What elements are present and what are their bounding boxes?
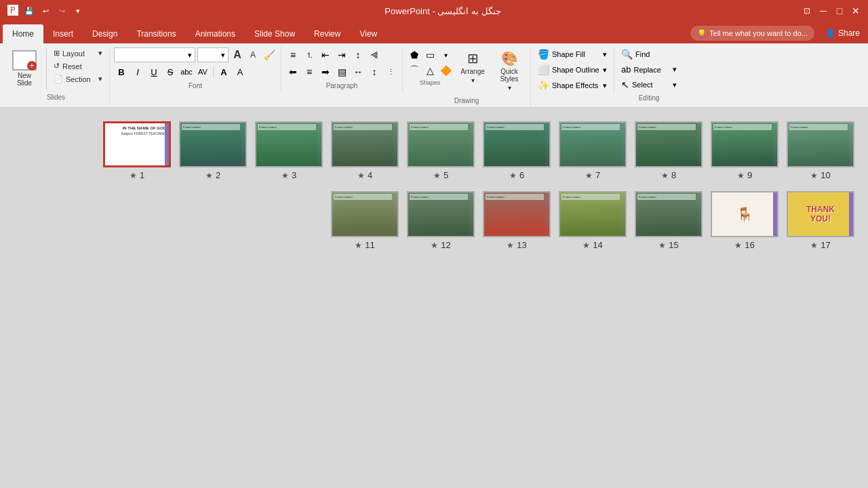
- shape-more[interactable]: ▾: [438, 47, 453, 62]
- shape-item[interactable]: △: [422, 63, 437, 78]
- tab-transitions[interactable]: Transitions: [127, 24, 185, 43]
- align-right-button[interactable]: ➡: [318, 64, 333, 79]
- line-spacing-button[interactable]: ↕: [351, 47, 366, 62]
- tab-slideshow[interactable]: Slide Show: [245, 24, 304, 43]
- slide-number-16: 16: [745, 240, 754, 250]
- select-arrow: ▾: [673, 81, 677, 89]
- find-button[interactable]: 🔍 Find: [618, 47, 679, 61]
- tell-me-text: Tell me what you want to do...: [709, 29, 808, 37]
- slide-item-16[interactable]: 🪑 ★ 16: [711, 191, 778, 250]
- save-button[interactable]: 💾: [22, 3, 37, 18]
- shape-effects-button[interactable]: ✨ Shape Effects ▾: [535, 79, 610, 92]
- shape-item[interactable]: ⬟: [407, 47, 422, 62]
- undo-button[interactable]: ↩: [38, 3, 53, 18]
- shape-outline-arrow: ▾: [603, 66, 607, 75]
- paragraph-row2: ⬅ ≡ ➡ ▤ ↔ ↕ ⋮: [285, 64, 398, 79]
- slide-number-1: 1: [140, 170, 144, 180]
- editing-group-content: 🔍 Find ab Replace ▾ ↖ Select ▾: [618, 47, 679, 92]
- maximize-button[interactable]: □: [833, 4, 846, 18]
- smartart-button[interactable]: ⋮: [383, 64, 398, 79]
- tab-design[interactable]: Design: [83, 24, 127, 43]
- shape-item[interactable]: ▭: [422, 47, 437, 62]
- char-spacing-button[interactable]: AV: [195, 64, 210, 79]
- align-center-button[interactable]: ≡: [302, 64, 317, 79]
- reset-button[interactable]: ↺ Reset: [51, 60, 105, 72]
- bold-button[interactable]: B: [114, 64, 129, 79]
- shape-item[interactable]: 🔶: [438, 63, 453, 78]
- font-color-button[interactable]: A: [216, 64, 231, 79]
- increase-indent-button[interactable]: ⇥: [334, 47, 349, 62]
- replace-button[interactable]: ab Replace ▾: [618, 63, 679, 76]
- underline-button[interactable]: U: [146, 64, 161, 79]
- slide-item-7[interactable]: Forest content ★ 7: [559, 121, 627, 180]
- strikethrough-button[interactable]: S: [163, 64, 178, 79]
- columns-button[interactable]: ⫷: [367, 47, 382, 62]
- tab-insert[interactable]: Insert: [43, 24, 83, 43]
- slide-item-6[interactable]: Forest content ★ 6: [483, 121, 551, 180]
- decrease-font-button[interactable]: A: [246, 48, 260, 62]
- star-icon-5: ★: [433, 171, 441, 180]
- minimize-button[interactable]: ─: [816, 4, 830, 18]
- shape-fill-button[interactable]: 🪣 Shape Fill ▾: [535, 47, 610, 61]
- star-icon-2: ★: [205, 171, 213, 180]
- slide-thumb-4: Forest content: [331, 121, 399, 167]
- slide-number-13: 13: [517, 240, 526, 250]
- tab-animations[interactable]: Animations: [186, 24, 245, 43]
- align-left-button[interactable]: ⬅: [285, 64, 300, 79]
- title-bar-left: 🅿 💾 ↩ ↪ ▾: [5, 3, 85, 18]
- star-icon-4: ★: [357, 171, 365, 180]
- tab-home[interactable]: Home: [3, 24, 43, 43]
- section-button[interactable]: 📄 Section ▾: [51, 73, 105, 85]
- tab-review[interactable]: Review: [304, 24, 350, 43]
- align-text-button[interactable]: ↕: [367, 64, 382, 79]
- clear-format-button[interactable]: 🧹: [262, 47, 277, 62]
- text-shadow-button[interactable]: abc: [179, 64, 194, 79]
- arrange-button[interactable]: ⊞ Arrange ▾: [456, 47, 490, 87]
- slide-item-15[interactable]: Forest content ★ 15: [635, 191, 703, 250]
- slide-item-2[interactable]: Forest content ★ 2: [179, 121, 247, 180]
- select-button[interactable]: ↖ Select ▾: [618, 78, 679, 92]
- text-direction-button[interactable]: ↔: [351, 64, 366, 79]
- shape-outline-button[interactable]: ⬜ Shape Outline ▾: [535, 63, 610, 77]
- slide-item-4[interactable]: Forest content ★ 4: [331, 121, 399, 180]
- presentation-mode-button[interactable]: ⊡: [800, 4, 814, 18]
- slide-item-17[interactable]: THANKYOU! ★ 17: [787, 191, 854, 250]
- share-button[interactable]: 👤 Share: [820, 28, 865, 38]
- slide-item-13[interactable]: Forest content ★ 13: [483, 191, 551, 250]
- shape-item[interactable]: ⌒: [407, 63, 422, 78]
- bullets-button[interactable]: ≡: [285, 47, 300, 62]
- font-name-selector[interactable]: ▾: [114, 47, 195, 62]
- new-slide-button[interactable]: New Slide: [7, 47, 42, 89]
- justify-button[interactable]: ▤: [334, 64, 349, 79]
- window-controls: ⊡ ─ □ ✕: [800, 4, 863, 18]
- layout-icon: ⊞: [54, 49, 60, 58]
- slide-item-9[interactable]: Forest content ★ 9: [711, 121, 778, 180]
- quick-styles-button[interactable]: 🎨 Quick Styles ▾: [492, 47, 526, 94]
- customize-quick-access[interactable]: ▾: [71, 3, 85, 18]
- increase-font-button[interactable]: A: [231, 48, 244, 62]
- slide-item-14[interactable]: Forest content ★ 14: [559, 191, 627, 250]
- italic-button[interactable]: I: [130, 64, 145, 79]
- tab-view[interactable]: View: [350, 24, 387, 43]
- text-highlight-button[interactable]: A: [233, 64, 248, 79]
- slide-item-1[interactable]: IN THE NAME OF GOD Subject: FOREST TEACH…: [103, 121, 171, 180]
- shape-props-content: 🪣 Shape Fill ▾ ⬜ Shape Outline ▾ ✨ Shape…: [535, 47, 610, 92]
- slide-item-10[interactable]: Forest content ★ 10: [787, 121, 854, 180]
- numbering-button[interactable]: ⒈: [302, 47, 317, 62]
- font-size-selector[interactable]: ▾: [197, 47, 229, 62]
- close-button[interactable]: ✕: [849, 4, 863, 18]
- layout-button[interactable]: ⊞ Layout ▾: [51, 47, 105, 59]
- slide-meta-13: ★ 13: [507, 240, 526, 250]
- slide-item-5[interactable]: Forest content ★ 5: [407, 121, 475, 180]
- slide-thumb-12: Forest content: [407, 191, 475, 237]
- decrease-indent-button[interactable]: ⇤: [318, 47, 333, 62]
- redo-button[interactable]: ↪: [54, 3, 69, 18]
- slide-item-8[interactable]: Forest content ★ 8: [635, 121, 703, 180]
- slide-item-3[interactable]: Forest content ★ 3: [255, 121, 323, 180]
- slide-number-3: 3: [292, 170, 296, 180]
- tell-me-box[interactable]: 💡 Tell me what you want to do...: [690, 26, 814, 41]
- slide-item-12[interactable]: Forest content ★ 12: [407, 191, 475, 250]
- editing-group-label: Editing: [618, 93, 679, 103]
- star-icon-10: ★: [810, 171, 818, 180]
- slide-item-11[interactable]: Forest content ★ 11: [331, 191, 399, 250]
